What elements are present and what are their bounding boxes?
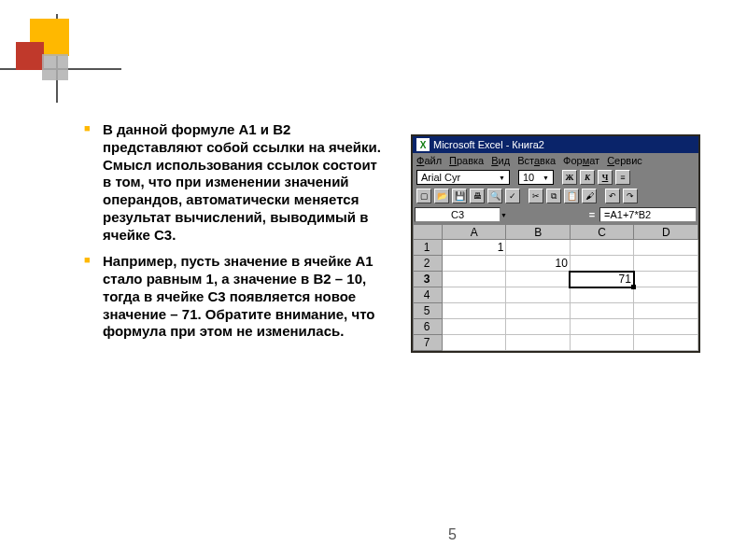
col-header-C[interactable]: C bbox=[570, 225, 634, 240]
cell-A1[interactable]: 1 bbox=[442, 240, 506, 256]
cell[interactable] bbox=[634, 319, 698, 335]
cell[interactable] bbox=[634, 287, 698, 303]
italic-button[interactable]: К bbox=[580, 170, 595, 185]
save-icon[interactable]: 💾 bbox=[452, 189, 467, 203]
row-header[interactable]: 2 bbox=[414, 256, 443, 272]
row-header[interactable]: 1 bbox=[414, 240, 443, 256]
paint-icon[interactable]: 🖌 bbox=[582, 189, 597, 203]
cell[interactable] bbox=[570, 256, 634, 272]
bold-button[interactable]: Ж bbox=[562, 170, 577, 185]
cell[interactable] bbox=[506, 272, 571, 287]
cell[interactable] bbox=[442, 256, 506, 272]
menu-format[interactable]: Формат bbox=[563, 155, 599, 166]
toolbar-standard: ▢ 📂 💾 🖶 🔍 ✓ ✂ ⧉ 📋 🖌 ↶ ↷ bbox=[413, 187, 698, 205]
paste-icon[interactable]: 📋 bbox=[564, 189, 579, 203]
toolbar-font: Arial Cyr▼ 10▼ Ж К Ч ≡ bbox=[413, 168, 698, 187]
cell[interactable] bbox=[442, 303, 506, 319]
underline-button[interactable]: Ч bbox=[598, 170, 613, 185]
cell[interactable] bbox=[634, 303, 698, 319]
bullet-1: В данной формуле A1 и B2 представляют со… bbox=[93, 121, 388, 244]
row-header[interactable]: 6 bbox=[414, 319, 443, 335]
cell[interactable] bbox=[442, 319, 506, 335]
cell[interactable] bbox=[570, 319, 634, 335]
cell[interactable] bbox=[506, 287, 571, 303]
cell[interactable] bbox=[570, 240, 634, 256]
excel-screenshot: X Microsoft Excel - Книга2 Файл Правка В… bbox=[411, 134, 700, 353]
name-box[interactable]: C3 bbox=[415, 207, 500, 222]
chevron-down-icon: ▼ bbox=[499, 175, 505, 181]
print-icon[interactable]: 🖶 bbox=[470, 189, 485, 203]
select-all-corner[interactable] bbox=[414, 225, 443, 240]
col-header-B[interactable]: B bbox=[506, 225, 571, 240]
cell[interactable] bbox=[442, 335, 506, 351]
font-name-select[interactable]: Arial Cyr▼ bbox=[416, 170, 510, 185]
slide-text: В данной формуле A1 и B2 представляют со… bbox=[93, 121, 388, 350]
cut-icon[interactable]: ✂ bbox=[529, 189, 543, 203]
menu-insert[interactable]: Вставка bbox=[517, 155, 556, 166]
new-icon[interactable]: ▢ bbox=[416, 189, 431, 203]
menu-tools[interactable]: Сервис bbox=[607, 155, 642, 166]
cell[interactable] bbox=[570, 303, 634, 319]
undo-icon[interactable]: ↶ bbox=[605, 189, 620, 203]
row-header[interactable]: 7 bbox=[414, 335, 443, 351]
row-header[interactable]: 3 bbox=[414, 272, 443, 287]
cell[interactable] bbox=[570, 287, 634, 303]
excel-icon: X bbox=[416, 138, 430, 151]
menu-file[interactable]: Файл bbox=[416, 155, 442, 166]
bullet-2: Например, пусть значение в ячейке A1 ста… bbox=[93, 253, 388, 341]
formula-bar-row: C3 ▼ = =A1+7*B2 bbox=[413, 205, 698, 224]
cell-B2[interactable]: 10 bbox=[506, 256, 571, 272]
cell[interactable] bbox=[634, 272, 698, 287]
equals-button[interactable]: = bbox=[585, 209, 599, 220]
cell[interactable] bbox=[506, 240, 571, 256]
window-titlebar: X Microsoft Excel - Книга2 bbox=[413, 136, 698, 153]
chevron-down-icon: ▼ bbox=[500, 212, 507, 218]
cell[interactable] bbox=[442, 287, 506, 303]
spell-icon[interactable]: ✓ bbox=[505, 189, 520, 203]
cell[interactable] bbox=[506, 319, 571, 335]
spreadsheet-grid[interactable]: A B C D 1 1 2 10 3 bbox=[413, 224, 698, 351]
page-number: 5 bbox=[448, 526, 457, 543]
cell-C3[interactable]: 71 bbox=[570, 272, 634, 287]
cell[interactable] bbox=[570, 335, 634, 351]
cell[interactable] bbox=[634, 240, 698, 256]
cell[interactable] bbox=[506, 303, 571, 319]
align-button[interactable]: ≡ bbox=[615, 170, 630, 185]
menubar: Файл Правка Вид Вставка Формат Сервис bbox=[413, 153, 698, 168]
formula-bar[interactable]: =A1+7*B2 bbox=[599, 207, 697, 222]
copy-icon[interactable]: ⧉ bbox=[546, 189, 561, 203]
cell[interactable] bbox=[442, 272, 506, 287]
row-header[interactable]: 5 bbox=[414, 303, 443, 319]
cell[interactable] bbox=[634, 256, 698, 272]
redo-icon[interactable]: ↷ bbox=[623, 189, 638, 203]
cell[interactable] bbox=[506, 335, 571, 351]
preview-icon[interactable]: 🔍 bbox=[487, 189, 502, 203]
chevron-down-icon: ▼ bbox=[543, 175, 549, 181]
row-header[interactable]: 4 bbox=[414, 287, 443, 303]
col-header-A[interactable]: A bbox=[442, 225, 506, 240]
cell[interactable] bbox=[634, 335, 698, 351]
col-header-D[interactable]: D bbox=[634, 225, 698, 240]
font-size-select[interactable]: 10▼ bbox=[518, 170, 554, 185]
menu-view[interactable]: Вид bbox=[491, 155, 510, 166]
menu-edit[interactable]: Правка bbox=[449, 155, 484, 166]
window-title: Microsoft Excel - Книга2 bbox=[433, 139, 544, 150]
open-icon[interactable]: 📂 bbox=[434, 189, 449, 203]
